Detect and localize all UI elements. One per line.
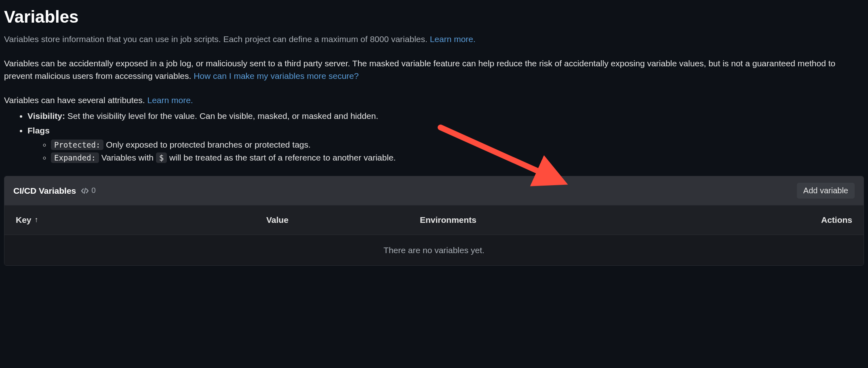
code-icon bbox=[81, 187, 89, 195]
count-value: 0 bbox=[91, 185, 96, 197]
empty-state-row: There are no variables yet. bbox=[4, 235, 864, 266]
attributes-block: Variables can have several attributes. L… bbox=[4, 94, 864, 164]
attribute-label: Flags bbox=[27, 126, 50, 135]
column-header-key[interactable]: Key ↑ bbox=[16, 214, 266, 226]
flag-expanded: Expanded: Variables with $ will be treat… bbox=[51, 151, 864, 164]
column-header-environments[interactable]: Environments bbox=[420, 214, 804, 226]
attribute-label: Visibility: bbox=[27, 111, 65, 121]
column-header-value[interactable]: Value bbox=[266, 214, 420, 226]
panel-header: CI/CD Variables 0 Add variable bbox=[4, 176, 864, 205]
warning-text: Variables can be accidentally exposed in… bbox=[4, 59, 835, 81]
flag-desc-pre: Variables with bbox=[99, 153, 156, 162]
dollar-code-badge: $ bbox=[156, 152, 167, 163]
learn-more-link[interactable]: Learn more. bbox=[430, 34, 476, 44]
attributes-learn-more-link[interactable]: Learn more. bbox=[147, 95, 193, 105]
flag-desc: Only exposed to protected branches or pr… bbox=[103, 140, 310, 149]
warning-block: Variables can be accidentally exposed in… bbox=[4, 57, 864, 82]
subtitle-text: Variables store information that you can… bbox=[4, 34, 430, 44]
svg-line-0 bbox=[84, 188, 86, 193]
subtitle: Variables store information that you can… bbox=[4, 33, 864, 46]
page-title: Variables bbox=[4, 4, 864, 30]
panel-title: CI/CD Variables bbox=[13, 184, 76, 197]
variables-panel: CI/CD Variables 0 Add variable Key ↑ Val… bbox=[4, 176, 864, 266]
attributes-list: Visibility: Set the visibility level for… bbox=[4, 110, 864, 164]
count-badge: 0 bbox=[81, 185, 96, 197]
expanded-code-badge: Expanded: bbox=[51, 152, 99, 163]
flag-desc-post: will be treated as the start of a refere… bbox=[167, 153, 396, 162]
flags-sublist: Protected: Only exposed to protected bra… bbox=[27, 138, 864, 164]
table-header: Key ↑ Value Environments Actions bbox=[4, 205, 864, 235]
sort-arrow-up-icon: ↑ bbox=[35, 214, 38, 225]
protected-code-badge: Protected: bbox=[51, 140, 103, 150]
flag-protected: Protected: Only exposed to protected bra… bbox=[51, 138, 864, 151]
attributes-intro: Variables can have several attributes. L… bbox=[4, 94, 864, 107]
add-variable-button[interactable]: Add variable bbox=[797, 183, 855, 199]
column-header-actions: Actions bbox=[804, 214, 852, 226]
attribute-flags: Flags Protected: Only exposed to protect… bbox=[27, 124, 864, 164]
secure-link[interactable]: How can I make my variables more secure? bbox=[194, 71, 359, 80]
attribute-desc: Set the visibility level for the value. … bbox=[65, 111, 378, 121]
attribute-visibility: Visibility: Set the visibility level for… bbox=[27, 110, 864, 123]
panel-header-left: CI/CD Variables 0 bbox=[13, 184, 96, 197]
column-key-label: Key bbox=[16, 214, 32, 226]
attributes-intro-text: Variables can have several attributes. bbox=[4, 95, 147, 105]
